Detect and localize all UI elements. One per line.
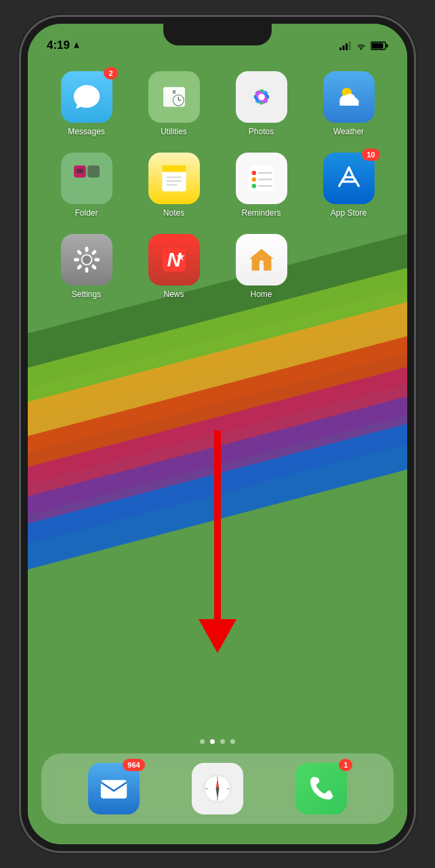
reminders-label: Reminders [241,208,281,218]
utilities-icon: 8 [158,81,190,113]
wifi-icon [356,41,367,50]
safari-icon [201,772,234,805]
utilities-label: Utilities [161,127,187,136]
settings-label: Settings [72,290,101,299]
messages-badge: 2 [104,67,117,79]
svg-rect-62 [76,250,82,256]
svg-point-67 [259,260,263,264]
app-notes[interactable]: Notes [136,153,212,218]
app-reminders[interactable]: Reminders [223,153,299,218]
messages-icon [70,81,103,113]
svg-rect-33 [339,100,358,106]
dock-app-phone[interactable]: 1 [295,763,347,814]
appstore-icon [333,162,365,195]
dock-area: 964 [41,739,394,824]
home-label: Home [250,290,272,299]
page-dot-4[interactable] [230,739,235,744]
svg-rect-59 [85,267,88,273]
svg-point-63 [82,256,91,264]
page-dots [41,739,394,744]
appstore-label: App Store [331,208,367,218]
location-icon [72,41,81,50]
svg-rect-8 [343,45,345,50]
reminders-icon [245,162,278,195]
svg-point-78 [216,787,220,791]
svg-rect-56 [91,250,97,256]
svg-rect-37 [87,165,100,178]
status-icons [339,41,388,50]
svg-rect-55 [85,247,88,252]
page-dot-2[interactable] [210,739,215,744]
folder-label: Folder [75,208,98,218]
svg-text:N: N [167,249,182,271]
svg-point-46 [251,177,255,181]
page-dot-3[interactable] [220,739,225,744]
dock-app-safari[interactable] [192,763,243,814]
svg-point-28 [258,94,265,100]
svg-rect-61 [73,258,79,262]
weather-icon [333,81,365,113]
signal-icon [339,41,352,50]
dock: 964 [41,753,394,824]
svg-rect-58 [91,264,97,270]
app-utilities[interactable]: 8 Utilities [136,71,212,136]
settings-icon [70,243,103,276]
app-grid: 2 Messages 8 [28,58,407,313]
svg-rect-36 [76,169,83,173]
svg-rect-9 [346,43,348,50]
svg-rect-39 [162,165,186,172]
notes-icon [158,162,190,195]
appstore-badge: 10 [362,149,379,161]
home-icon: ⌂ [245,243,278,276]
app-photos[interactable]: Photos [223,71,299,136]
svg-rect-60 [76,264,82,270]
app-settings[interactable]: Settings [48,234,125,299]
messages-label: Messages [68,127,105,136]
app-messages[interactable]: 2 Messages [48,71,125,136]
folder-icon [70,162,103,195]
svg-text:8: 8 [172,89,175,95]
app-news[interactable]: N News [136,234,212,299]
mail-badge: 964 [123,759,144,771]
news-label: News [163,290,184,299]
instruction-arrow [199,431,236,653]
svg-rect-12 [372,43,384,48]
svg-rect-10 [349,41,351,50]
app-weather[interactable]: Weather [310,71,387,136]
mail-icon [98,772,130,805]
svg-rect-7 [339,47,341,50]
weather-label: Weather [333,127,364,136]
svg-point-44 [251,171,255,175]
phone-icon [305,772,337,805]
phone-frame: 4:19 [21,17,414,851]
notes-label: Notes [163,208,184,218]
svg-rect-13 [386,44,388,47]
news-icon: N [158,243,190,276]
screen: 4:19 [28,24,407,844]
photos-icon [245,81,278,113]
phone-badge: 1 [339,759,352,771]
svg-rect-57 [94,258,100,262]
app-folder[interactable]: Folder [48,153,125,218]
app-appstore[interactable]: 10 App Store [310,153,387,218]
battery-icon [371,41,388,50]
page-dot-1[interactable] [200,739,205,744]
svg-text:⌂: ⌂ [260,254,263,258]
svg-point-48 [251,184,255,188]
svg-rect-69 [100,780,126,798]
dock-app-mail[interactable]: 964 [88,763,140,814]
app-home[interactable]: ⌂ Home [223,234,299,299]
notch [163,24,272,45]
photos-label: Photos [249,127,274,136]
status-time: 4:19 [47,39,70,52]
